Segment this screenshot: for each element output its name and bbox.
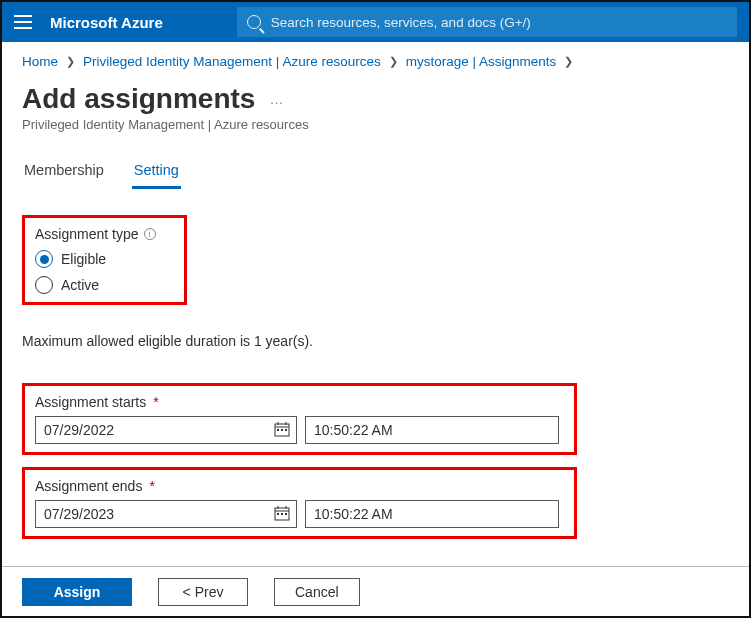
top-header: Microsoft Azure Search resources, servic… <box>2 2 749 42</box>
radio-active-label: Active <box>61 277 99 293</box>
tab-membership[interactable]: Membership <box>22 156 106 189</box>
calendar-icon[interactable] <box>274 421 290 437</box>
radio-icon <box>35 276 53 294</box>
tab-bar: Membership Setting <box>22 156 729 189</box>
assignment-type-label: Assignment type i <box>35 226 174 242</box>
chevron-right-icon: ❯ <box>389 55 398 68</box>
chevron-right-icon: ❯ <box>564 55 573 68</box>
breadcrumb: Home ❯ Privileged Identity Management | … <box>22 54 729 69</box>
svg-rect-10 <box>281 513 283 515</box>
more-actions-icon[interactable]: … <box>269 91 283 107</box>
info-icon[interactable]: i <box>144 228 156 240</box>
svg-rect-9 <box>277 513 279 515</box>
svg-rect-3 <box>281 429 283 431</box>
breadcrumb-resource[interactable]: mystorage | Assignments <box>406 54 557 69</box>
search-icon <box>247 15 261 29</box>
radio-icon <box>35 250 53 268</box>
end-time-input[interactable]: 10:50:22 AM <box>305 500 559 528</box>
radio-active[interactable]: Active <box>35 276 174 294</box>
required-asterisk: * <box>149 478 154 494</box>
calendar-icon[interactable] <box>274 505 290 521</box>
footer-bar: Assign < Prev Cancel <box>2 566 749 616</box>
max-duration-text: Maximum allowed eligible duration is 1 y… <box>22 333 729 349</box>
highlight-assignment-type: Assignment type i Eligible Active <box>22 215 187 305</box>
menu-icon[interactable] <box>10 9 36 35</box>
global-search[interactable]: Search resources, services, and docs (G+… <box>237 7 737 37</box>
end-date-input[interactable]: 07/29/2023 <box>35 500 297 528</box>
radio-eligible-label: Eligible <box>61 251 106 267</box>
assignment-ends-label: Assignment ends* <box>35 478 564 494</box>
highlight-assignment-ends: Assignment ends* 07/29/2023 10:50:22 AM <box>22 467 577 539</box>
svg-rect-2 <box>277 429 279 431</box>
start-date-input[interactable]: 07/29/2022 <box>35 416 297 444</box>
breadcrumb-home[interactable]: Home <box>22 54 58 69</box>
assignment-starts-label: Assignment starts* <box>35 394 564 410</box>
svg-rect-11 <box>285 513 287 515</box>
radio-eligible[interactable]: Eligible <box>35 250 174 268</box>
chevron-right-icon: ❯ <box>66 55 75 68</box>
start-time-input[interactable]: 10:50:22 AM <box>305 416 559 444</box>
page-content: Home ❯ Privileged Identity Management | … <box>2 42 749 539</box>
page-title: Add assignments <box>22 83 255 115</box>
page-subtitle: Privileged Identity Management | Azure r… <box>22 117 729 132</box>
breadcrumb-pim[interactable]: Privileged Identity Management | Azure r… <box>83 54 381 69</box>
assign-button[interactable]: Assign <box>22 578 132 606</box>
prev-button[interactable]: < Prev <box>158 578 248 606</box>
cancel-button[interactable]: Cancel <box>274 578 360 606</box>
highlight-assignment-starts: Assignment starts* 07/29/2022 10:50:22 A… <box>22 383 577 455</box>
svg-rect-4 <box>285 429 287 431</box>
tab-setting[interactable]: Setting <box>132 156 181 189</box>
search-placeholder: Search resources, services, and docs (G+… <box>271 15 531 30</box>
required-asterisk: * <box>153 394 158 410</box>
brand-label: Microsoft Azure <box>50 14 163 31</box>
